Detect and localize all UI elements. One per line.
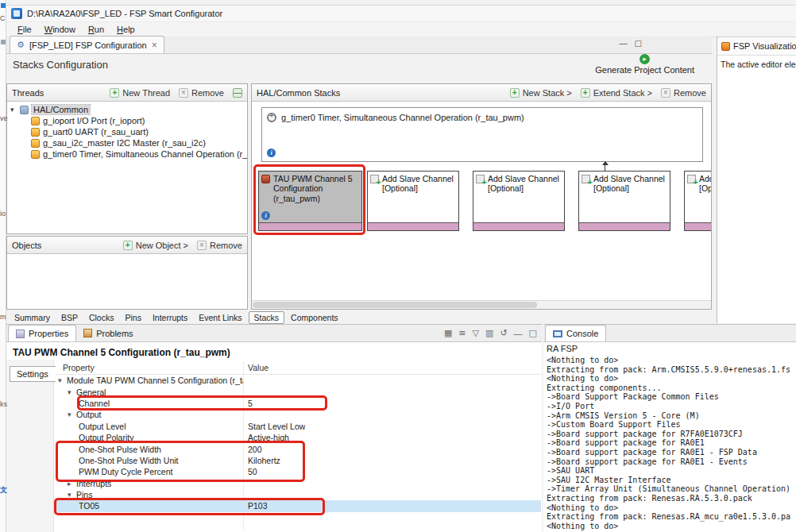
menu-run[interactable]: Run [82, 23, 110, 36]
console-line: ->Arm CMSIS Version 5 - Core (M) [547, 411, 793, 421]
tab-properties[interactable]: Properties [8, 325, 76, 341]
console-line: <Nothing to do> [547, 356, 793, 365]
tab-summary[interactable]: Summary [10, 312, 55, 323]
value-column-label: Value [243, 363, 269, 372]
stack-card[interactable]: +Add Slave Channel [Optional] [367, 171, 459, 231]
tree-mode-icon[interactable]: ≡ [458, 328, 466, 338]
expander-icon[interactable]: ▾ [58, 376, 67, 384]
property-name: ▾Output [55, 410, 243, 419]
new-stack-button[interactable]: + New Stack > [510, 88, 572, 98]
module-icon [31, 139, 40, 148]
expander-icon[interactable]: ▾ [10, 106, 18, 114]
property-column-label: Property [55, 363, 243, 372]
console-tab-label: Console [566, 329, 598, 338]
close-icon[interactable]: × [152, 40, 157, 50]
property-value: Kilohertz [243, 456, 280, 465]
tree-item[interactable]: g_ioport I/O Port (r_ioport) [7, 115, 247, 126]
property-row[interactable]: ▾Output [55, 409, 541, 420]
info-icon[interactable]: i [267, 148, 276, 157]
stack-card[interactable]: +Add Slave Channel [Optional] [473, 171, 565, 231]
tab-pins[interactable]: Pins [120, 312, 145, 323]
restore-defaults-icon[interactable]: ↺ [500, 328, 507, 338]
maximize-icon[interactable]: □ [529, 328, 537, 338]
console-line: ->Custom Board Support Files [547, 420, 793, 430]
extend-stack-button[interactable]: + Extend Stack > [581, 88, 652, 98]
stack-card-head: +Add Slave Channel [Optional] [685, 172, 711, 194]
tab-components[interactable]: Components [286, 312, 343, 323]
tab-problems[interactable]: Problems [76, 325, 140, 341]
stack-card[interactable]: +Add Slave Channel [Optional] [578, 171, 670, 231]
minimize-icon[interactable]: — [620, 39, 628, 48]
tab-fsp-configuration[interactable]: ⚙ [FSP_LED] FSP Configuration × [10, 36, 164, 53]
collapse-all-icon[interactable]: — [233, 88, 242, 98]
info-icon[interactable]: i [261, 211, 270, 220]
remove-icon: × [197, 241, 207, 250]
filter-icon[interactable]: ▽ [473, 328, 479, 338]
property-row[interactable]: Output LevelStart Level Low [55, 421, 541, 432]
stack-card[interactable]: TAU PWM Channel 5 Configuration (r_tau_p… [258, 171, 362, 231]
generate-project-content-button[interactable]: ▸ Generate Project Content [595, 54, 694, 75]
horizontal-scrollbar[interactable] [252, 300, 711, 309]
remove-object-button[interactable]: × Remove [197, 241, 242, 250]
expander-icon[interactable]: ▾ [68, 388, 76, 396]
tree-item-label: g_ioport I/O Port (r_ioport) [43, 116, 145, 125]
tab-fsp-visualization[interactable]: FSP Visualization [717, 37, 796, 56]
stacks-panel-title: HAL/Common Stacks [257, 88, 340, 98]
tab-stacks[interactable]: Stacks [249, 311, 285, 324]
settings-tab[interactable]: Settings [10, 366, 56, 382]
columns-icon[interactable]: ▥ [485, 328, 493, 338]
menu-file[interactable]: File [11, 23, 38, 36]
tab-console[interactable]: Console [545, 325, 606, 341]
maximize-icon[interactable]: □ [635, 39, 642, 48]
property-row[interactable]: ▾Pins [55, 489, 541, 500]
expander-icon[interactable]: ▾ [68, 411, 76, 418]
property-row[interactable]: ▾Module TAU PWM Channel 5 Configuration … [55, 375, 541, 386]
console-line: ->Board Support Package Common Files [547, 392, 793, 402]
objects-panel-header: Objects + New Object > × Remove [7, 237, 247, 254]
stack-card-label: TAU PWM Channel 5 Configuration (r_tau_p… [273, 174, 359, 203]
console-output: <Nothing to do>Extracting from pack: Arm… [547, 356, 793, 530]
expander-icon[interactable]: ▾ [68, 491, 76, 499]
remove-stack-button[interactable]: × Remove [661, 88, 706, 98]
property-value: 50 [243, 467, 257, 476]
plus-icon: + [694, 178, 698, 187]
tree-item[interactable]: g_sau_i2c_master I2C Master (r_sau_i2c) [7, 137, 247, 148]
minimize-icon[interactable]: — [514, 329, 523, 338]
stacks-canvas: g_timer0 Timer, Simultaneous Channel Ope… [252, 102, 711, 309]
tab-event-links[interactable]: Event Links [194, 312, 246, 323]
console-line: ->Board support package for RA0E1 - FSP … [547, 448, 793, 457]
property-row[interactable]: One-Shot Pulse Width200 [55, 443, 541, 454]
property-row[interactable]: One-Shot Pulse Width UnitKilohertz [55, 455, 541, 466]
grid-view-icon[interactable]: ▦ [444, 328, 452, 338]
tab-interrupts[interactable]: Interrupts [148, 312, 192, 323]
new-object-button[interactable]: + New Object > [123, 241, 188, 250]
tree-item[interactable]: g_timer0 Timer, Simultaneous Channel Ope… [7, 148, 247, 160]
module-pink-strip [368, 222, 458, 230]
taskbar-icon[interactable] [1, 3, 6, 8]
tree-item-hal-common[interactable]: ▾HAL/Common [7, 104, 247, 115]
property-row[interactable]: ▸Interrupts [55, 478, 541, 489]
stack-card[interactable]: +Add Slave Channel [Optional] [684, 171, 711, 231]
properties-toolbar: ▦ ≡ ▽ ▥ ↺ — □ [444, 328, 537, 338]
remove-thread-button[interactable]: × Remove [179, 88, 224, 98]
tab-clocks[interactable]: Clocks [84, 312, 119, 323]
tree-item[interactable]: g_uart0 UART (r_sau_uart) [7, 126, 247, 137]
property-row[interactable]: PWM Duty Cycle Percent50 [55, 466, 541, 477]
taskbar-icon[interactable] [1, 40, 6, 44]
property-row[interactable]: ▾General [55, 386, 541, 397]
properties-side-rail [6, 360, 54, 532]
property-row[interactable]: TO05P103 [55, 500, 541, 511]
scrollbar-thumb[interactable] [253, 302, 537, 308]
new-stack-icon: + [510, 88, 520, 98]
expander-icon[interactable]: ▸ [68, 480, 76, 488]
menu-help[interactable]: Help [110, 23, 141, 36]
menu-window[interactable]: Window [38, 23, 82, 36]
property-row[interactable]: Output PolarityActive-high [55, 432, 541, 443]
objects-panel-title: Objects [12, 241, 41, 250]
timer-master-stack[interactable]: g_timer0 Timer, Simultaneous Channel Ope… [261, 107, 703, 162]
property-row[interactable]: Channel5 [55, 398, 541, 409]
new-thread-label: New Thread [122, 88, 170, 98]
new-thread-button[interactable]: + New Thread [110, 88, 170, 98]
properties-tabbar: Properties Problems ▦ ≡ ▽ ▥ ↺ — □ [6, 325, 542, 342]
tab-bsp[interactable]: BSP [56, 312, 83, 323]
